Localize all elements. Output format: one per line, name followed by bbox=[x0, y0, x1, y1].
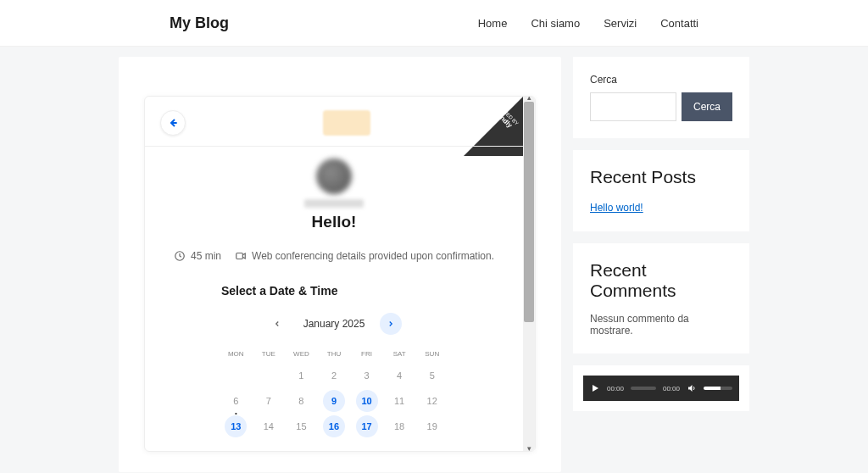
calendar-day: 4 bbox=[388, 364, 410, 387]
calendar-day[interactable]: 17 bbox=[356, 415, 378, 437]
embed-header bbox=[145, 97, 523, 147]
calendar-dow: FRI bbox=[352, 347, 381, 361]
calendar-dow: TUE bbox=[254, 347, 284, 361]
embed-scrollbar[interactable]: ▴ ▾ bbox=[523, 97, 535, 451]
scrollbar-thumb[interactable] bbox=[524, 102, 534, 322]
clock-icon bbox=[174, 250, 186, 262]
main-content: POWERED BY Calendly Hello! bbox=[119, 57, 561, 472]
calendar-day: 7 bbox=[258, 390, 280, 412]
select-date-title: Select a Date & Time bbox=[221, 284, 447, 298]
search-input[interactable] bbox=[590, 92, 676, 121]
top-bar: My Blog Home Chi siamo Servizi Contatti bbox=[0, 0, 868, 47]
calendar-day: 11 bbox=[388, 390, 410, 412]
search-label: Cerca bbox=[590, 74, 732, 86]
recent-posts-widget: Recent Posts Hello world! bbox=[573, 150, 749, 231]
calendar-day[interactable]: 9 bbox=[323, 390, 345, 412]
calendar-day: 6• bbox=[225, 390, 247, 412]
audio-player: 00:00 00:00 bbox=[583, 376, 739, 401]
scroll-down-arrow[interactable]: ▾ bbox=[524, 444, 534, 452]
back-button[interactable] bbox=[160, 110, 186, 136]
recent-comments-title: Recent Comments bbox=[590, 260, 732, 301]
svg-rect-1 bbox=[236, 253, 243, 259]
nav-servizi[interactable]: Servizi bbox=[604, 17, 637, 30]
prev-month-button[interactable] bbox=[266, 313, 288, 335]
recent-posts-title: Recent Posts bbox=[590, 167, 732, 187]
arrow-left-icon bbox=[166, 116, 180, 130]
video-icon bbox=[235, 250, 247, 262]
event-meta: 45 min Web conferencing details provided… bbox=[170, 250, 498, 262]
calendar-dow: THU bbox=[320, 347, 349, 361]
month-label: January 2025 bbox=[303, 318, 365, 330]
event-title: Hello! bbox=[170, 213, 498, 231]
nav-contatti[interactable]: Contatti bbox=[660, 17, 698, 30]
calendar-nav: January 2025 bbox=[221, 313, 447, 335]
calendar-dow: SUN bbox=[417, 347, 447, 361]
duration-item: 45 min bbox=[174, 250, 221, 262]
calendar-day[interactable]: 13 bbox=[225, 415, 247, 437]
calendar-day bbox=[225, 364, 247, 387]
audio-current-time: 00:00 bbox=[607, 385, 624, 392]
calendar-day[interactable]: 10 bbox=[356, 390, 378, 412]
recent-comments-widget: Recent Comments Nessun commento da mostr… bbox=[573, 243, 749, 353]
calendar-day bbox=[258, 364, 280, 387]
search-widget: Cerca Cerca bbox=[573, 57, 749, 138]
calendar-day: 12 bbox=[421, 390, 443, 412]
header-logo-blur bbox=[323, 110, 370, 136]
calendar-dow: SAT bbox=[385, 347, 415, 361]
comments-empty-label: Nessun commento da mostrare. bbox=[590, 313, 732, 337]
recent-post-link[interactable]: Hello world! bbox=[590, 202, 643, 214]
calendar-day: 3 bbox=[356, 364, 378, 387]
main-nav: Home Chi siamo Servizi Contatti bbox=[478, 17, 698, 30]
conferencing-item: Web conferencing details provided upon c… bbox=[235, 250, 494, 262]
mute-button[interactable] bbox=[687, 383, 697, 393]
next-month-button[interactable] bbox=[380, 313, 402, 335]
calendar-day: 19 bbox=[421, 415, 443, 437]
conferencing-label: Web conferencing details provided upon c… bbox=[252, 250, 494, 262]
nav-home[interactable]: Home bbox=[478, 17, 508, 30]
calendar-day: 15 bbox=[290, 415, 312, 437]
volume-icon bbox=[687, 383, 697, 393]
sidebar: Cerca Cerca Recent Posts Hello world! Re… bbox=[573, 57, 749, 411]
chevron-left-icon bbox=[273, 320, 281, 328]
calendar-day: 8 bbox=[290, 390, 312, 412]
calendar-day: 1 bbox=[290, 364, 312, 387]
calendar-day: 18 bbox=[388, 415, 410, 437]
calendly-embed: POWERED BY Calendly Hello! bbox=[144, 96, 536, 452]
play-button[interactable] bbox=[590, 383, 600, 393]
avatar bbox=[316, 159, 352, 194]
site-title: My Blog bbox=[170, 14, 229, 32]
chevron-right-icon bbox=[387, 320, 395, 328]
audio-total-time: 00:00 bbox=[663, 385, 680, 392]
play-icon bbox=[590, 383, 600, 393]
calendar-day[interactable]: 16 bbox=[323, 415, 345, 437]
calendar-day: 2 bbox=[323, 364, 345, 387]
audio-widget: 00:00 00:00 bbox=[573, 365, 749, 411]
audio-progress[interactable] bbox=[631, 387, 656, 390]
nav-chi-siamo[interactable]: Chi siamo bbox=[531, 17, 580, 30]
duration-label: 45 min bbox=[191, 250, 221, 262]
volume-slider[interactable] bbox=[704, 387, 732, 390]
calendar-day: 5 bbox=[421, 364, 443, 387]
calendar-dow: MON bbox=[221, 347, 251, 361]
search-button[interactable]: Cerca bbox=[682, 92, 732, 121]
calendar-dow: WED bbox=[287, 347, 316, 361]
calendar-grid: MONTUEWEDTHUFRISATSUN123456•789101112131… bbox=[221, 347, 447, 437]
host-name-blur bbox=[304, 199, 364, 208]
calendar-day: 14 bbox=[258, 415, 280, 437]
